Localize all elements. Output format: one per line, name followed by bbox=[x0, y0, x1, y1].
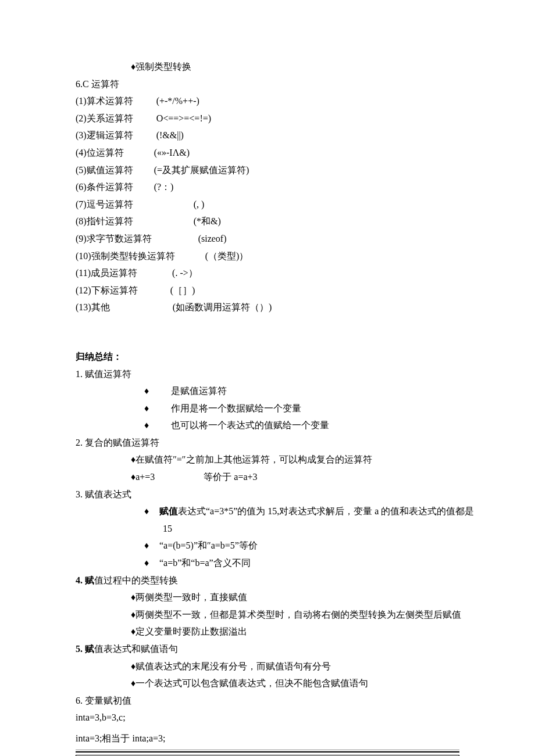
op-label: (11)成员运算符 bbox=[76, 268, 137, 278]
summary-heading: 归纳总结： bbox=[76, 348, 459, 366]
op-row-7: (7)逗号运算符 (, ) bbox=[76, 196, 459, 213]
s5-title-b: 值表达式和赋值语句 bbox=[94, 644, 178, 654]
s1-b2: ♦作用是将一个数据赋给一个变量 bbox=[76, 400, 459, 417]
op-label: (2)关系运算符 bbox=[76, 113, 133, 123]
op-sym: (［］) bbox=[170, 285, 195, 295]
s4-b2: ♦两侧类型不一致，但都是算术类型时，自动将右侧的类型转换为左侧类型后赋值 bbox=[76, 606, 459, 624]
op-sym: (sizeof) bbox=[198, 234, 227, 243]
op-label: (6)条件运算符 bbox=[76, 182, 133, 192]
s3-b3: ♦ “a=b”和“b=a”含义不同 bbox=[76, 554, 459, 572]
s1-b2-text: 作用是将一个数据赋给一个变量 bbox=[171, 403, 301, 413]
s6-l1: inta=3,b=3,c; bbox=[76, 709, 459, 726]
s3-b2-text: “a=(b=5)”和″a=b=5”等价 bbox=[159, 540, 258, 550]
op-label: (12)下标运算符 bbox=[76, 285, 138, 295]
op-label: (8)指针运算符 bbox=[76, 216, 133, 226]
s2-b2a: ♦a+=3 bbox=[131, 472, 155, 482]
op-sym: (=及其扩展赋值运算符) bbox=[154, 165, 249, 175]
op-sym: (+-*/%++-) bbox=[156, 96, 199, 106]
op-label: (5)赋值运算符 bbox=[76, 165, 133, 175]
op-row-11: (11)成员运算符 (. ->） bbox=[76, 264, 459, 282]
bullet-forced-cast: ♦强制类型转换 bbox=[76, 58, 459, 76]
op-label: (13)其他 bbox=[76, 302, 110, 312]
op-sym: («»-IΛ&) bbox=[154, 148, 190, 157]
s4-b1: ♦两侧类型一致时，直接赋值 bbox=[76, 589, 459, 606]
s3-b1: ♦ 赋值表达式“a=3*5”的值为 15,对表达式求解后，变量 a 的值和表达式… bbox=[76, 503, 459, 520]
s1-title: 1. 赋值运算符 bbox=[76, 366, 459, 383]
diamond-icon: ♦ bbox=[144, 400, 171, 417]
s5-title: 5. 赋值表达式和赋值语句 bbox=[76, 640, 459, 658]
s6-l2: inta=3;相当于 inta;a=3; bbox=[76, 730, 459, 747]
diamond-icon: ♦ bbox=[144, 417, 171, 434]
s3-b2: ♦ “a=(b=5)”和″a=b=5”等价 bbox=[76, 537, 459, 554]
op-row-4: (4)位运算符 («»-IΛ&) bbox=[76, 144, 459, 162]
s1-b1-text: 是赋值运算符 bbox=[171, 386, 227, 396]
op-label: (1)算术运算符 bbox=[76, 96, 133, 106]
op-row-12: (12)下标运算符 (［］) bbox=[76, 282, 459, 299]
s3-b1c: 15 bbox=[76, 520, 459, 538]
diamond-icon: ♦ bbox=[144, 537, 155, 554]
op-row-6: (6)条件运算符 (?：) bbox=[76, 178, 459, 196]
op-row-8: (8)指针运算符 (*和&) bbox=[76, 213, 459, 230]
s3-b1b: 表达式“a=3*5”的值为 15,对表达式求解后，变量 a 的值和表达式的值都是 bbox=[178, 506, 474, 516]
divider-thin bbox=[76, 750, 459, 750]
op-label: (10)强制类型转换运算符 bbox=[76, 251, 175, 261]
op-sym: (*和&) bbox=[194, 216, 221, 226]
op-label: (7)逗号运算符 bbox=[76, 199, 133, 209]
s3-b3-text: “a=b”和“b=a”含义不同 bbox=[159, 558, 251, 568]
op-row-2: (2)关系运算符 O<==>=<=!=) bbox=[76, 110, 459, 127]
s5-title-a: 5. 赋 bbox=[76, 644, 94, 654]
s1-b3: ♦也可以将一个表达式的值赋给一个变量 bbox=[76, 417, 459, 434]
s4-title: 4. 赋值过程中的类型转换 bbox=[76, 572, 459, 589]
op-sym: (, ) bbox=[194, 199, 205, 209]
op-sym: (?：) bbox=[154, 182, 174, 192]
op-row-9: (9)求字节数运算符 (sizeof) bbox=[76, 230, 459, 248]
s4-b3: ♦定义变量时要防止数据溢出 bbox=[76, 623, 459, 640]
diamond-icon: ♦ bbox=[144, 382, 171, 400]
diamond-icon: ♦ bbox=[144, 554, 155, 572]
op-row-1: (1)算术运算符 (+-*/%++-) bbox=[76, 92, 459, 110]
divider-heavy bbox=[76, 751, 459, 753]
s5-b2: ♦一个表达式可以包含赋值表达式，但决不能包含赋值语句 bbox=[76, 675, 459, 692]
op-row-5: (5)赋值运算符 (=及其扩展赋值运算符) bbox=[76, 162, 459, 179]
op-label: (4)位运算符 bbox=[76, 148, 124, 157]
s2-b2b: 等价于 a=a+3 bbox=[204, 472, 257, 482]
s2-b1: ♦在赋值符″=″之前加上其他运算符，可以构成复合的运算符 bbox=[76, 451, 459, 468]
op-label: (3)逻辑运算符 bbox=[76, 130, 133, 140]
diamond-icon: ♦ bbox=[144, 503, 155, 520]
s5-b1: ♦赋值表达式的末尾没有分号，而赋值语句有分号 bbox=[76, 658, 459, 675]
op-sym: (如函数调用运算符（）) bbox=[173, 302, 272, 312]
s2-title: 2. 复合的赋值运算符 bbox=[76, 434, 459, 452]
section6-title: 6.C 运算符 bbox=[76, 76, 459, 93]
op-sym: (. ->） bbox=[172, 268, 198, 278]
op-sym: (（类型)） bbox=[205, 251, 249, 261]
s1-b1: ♦是赋值运算符 bbox=[76, 382, 459, 400]
s3-b1a: 赋值 bbox=[159, 506, 178, 516]
op-label: (9)求字节数运算符 bbox=[76, 234, 152, 243]
s3-title: 3. 赋值表达式 bbox=[76, 486, 459, 503]
s4-title-a: 4. 赋 bbox=[76, 575, 94, 585]
s6-title: 6. 变量赋初值 bbox=[76, 692, 459, 710]
op-row-13: (13)其他 (如函数调用运算符（）) bbox=[76, 299, 459, 316]
s1-b3-text: 也可以将一个表达式的值赋给一个变量 bbox=[171, 420, 329, 430]
op-sym: O<==>=<=!=) bbox=[156, 113, 211, 123]
op-row-3: (3)逻辑运算符 (!&&||) bbox=[76, 127, 459, 144]
s4-title-b: 值过程中的类型转换 bbox=[94, 575, 178, 585]
op-sym: (!&&||) bbox=[156, 130, 184, 140]
op-row-10: (10)强制类型转换运算符 (（类型)） bbox=[76, 248, 459, 265]
s2-b2: ♦a+=3 等价于 a=a+3 bbox=[76, 468, 459, 486]
